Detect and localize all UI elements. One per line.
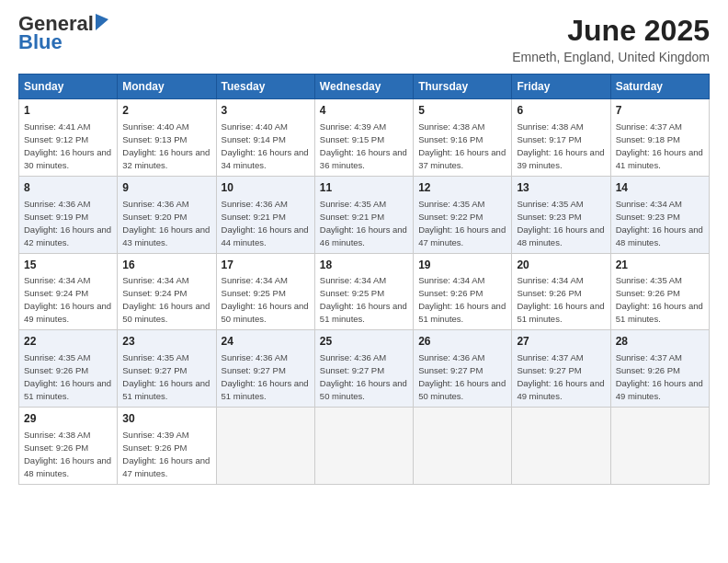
- day-number: 6: [517, 103, 605, 119]
- day-number: 17: [222, 258, 310, 273]
- day-detail: Sunrise: 4:37 AMSunset: 9:18 PMDaylight:…: [616, 121, 703, 170]
- day-detail: Sunrise: 4:34 AMSunset: 9:24 PMDaylight:…: [24, 275, 111, 324]
- calendar-header-row: Sunday Monday Tuesday Wednesday Thursday…: [19, 75, 710, 99]
- day-number: 19: [418, 258, 506, 273]
- day-20: 20Sunrise: 4:34 AMSunset: 9:26 PMDayligh…: [512, 253, 610, 330]
- day-number: 2: [122, 103, 210, 119]
- day-detail: Sunrise: 4:39 AMSunset: 9:15 PMDaylight:…: [320, 121, 407, 170]
- col-friday: Friday: [512, 75, 610, 99]
- day-27: 27Sunrise: 4:37 AMSunset: 9:27 PMDayligh…: [512, 330, 610, 408]
- calendar-week-1: 1Sunrise: 4:41 AMSunset: 9:12 PMDaylight…: [19, 99, 710, 177]
- day-number: 20: [517, 258, 605, 273]
- month-title: June 2025: [512, 14, 710, 48]
- day-28: 28Sunrise: 4:37 AMSunset: 9:26 PMDayligh…: [610, 330, 709, 408]
- header: General Blue June 2025 Emneth, England, …: [18, 14, 710, 64]
- day-19: 19Sunrise: 4:34 AMSunset: 9:26 PMDayligh…: [414, 253, 512, 330]
- day-14: 14Sunrise: 4:34 AMSunset: 9:23 PMDayligh…: [610, 176, 709, 253]
- day-detail: Sunrise: 4:40 AMSunset: 9:14 PMDaylight:…: [222, 121, 309, 170]
- day-29: 29Sunrise: 4:38 AMSunset: 9:26 PMDayligh…: [19, 408, 118, 485]
- empty-day: [610, 408, 709, 485]
- day-18: 18Sunrise: 4:34 AMSunset: 9:25 PMDayligh…: [314, 253, 413, 330]
- day-number: 4: [320, 103, 408, 119]
- day-detail: Sunrise: 4:35 AMSunset: 9:21 PMDaylight:…: [320, 199, 407, 247]
- empty-day: [216, 408, 314, 485]
- day-9: 9Sunrise: 4:36 AMSunset: 9:20 PMDaylight…: [118, 176, 216, 253]
- day-24: 24Sunrise: 4:36 AMSunset: 9:27 PMDayligh…: [216, 330, 314, 408]
- day-26: 26Sunrise: 4:36 AMSunset: 9:27 PMDayligh…: [414, 330, 512, 408]
- day-detail: Sunrise: 4:35 AMSunset: 9:26 PMDaylight:…: [24, 352, 111, 401]
- day-detail: Sunrise: 4:34 AMSunset: 9:25 PMDaylight:…: [222, 275, 309, 324]
- day-detail: Sunrise: 4:34 AMSunset: 9:26 PMDaylight:…: [418, 275, 506, 324]
- day-detail: Sunrise: 4:35 AMSunset: 9:26 PMDaylight:…: [616, 275, 703, 324]
- day-number: 25: [320, 334, 408, 350]
- day-detail: Sunrise: 4:36 AMSunset: 9:20 PMDaylight:…: [122, 199, 210, 247]
- day-7: 7Sunrise: 4:37 AMSunset: 9:18 PMDaylight…: [610, 99, 709, 177]
- logo: General Blue: [18, 14, 108, 54]
- day-number: 24: [222, 334, 310, 350]
- col-wednesday: Wednesday: [314, 75, 413, 99]
- logo-icon: [96, 14, 108, 30]
- day-number: 15: [24, 258, 112, 273]
- col-thursday: Thursday: [414, 75, 512, 99]
- day-number: 8: [24, 180, 112, 196]
- day-15: 15Sunrise: 4:34 AMSunset: 9:24 PMDayligh…: [19, 253, 118, 330]
- day-detail: Sunrise: 4:34 AMSunset: 9:25 PMDaylight:…: [320, 275, 407, 324]
- day-6: 6Sunrise: 4:38 AMSunset: 9:17 PMDaylight…: [512, 99, 610, 177]
- calendar-week-2: 8Sunrise: 4:36 AMSunset: 9:19 PMDaylight…: [19, 176, 710, 253]
- day-number: 11: [320, 180, 408, 196]
- col-sunday: Sunday: [19, 75, 118, 99]
- day-3: 3Sunrise: 4:40 AMSunset: 9:14 PMDaylight…: [216, 99, 314, 177]
- day-number: 1: [24, 103, 112, 119]
- logo-blue-text: Blue: [18, 30, 63, 53]
- day-12: 12Sunrise: 4:35 AMSunset: 9:22 PMDayligh…: [414, 176, 512, 253]
- day-number: 22: [24, 334, 112, 350]
- day-detail: Sunrise: 4:40 AMSunset: 9:13 PMDaylight:…: [122, 121, 210, 170]
- day-number: 18: [320, 258, 408, 273]
- day-detail: Sunrise: 4:35 AMSunset: 9:27 PMDaylight:…: [122, 352, 210, 401]
- day-detail: Sunrise: 4:35 AMSunset: 9:23 PMDaylight:…: [517, 199, 604, 247]
- day-number: 23: [122, 334, 210, 350]
- day-10: 10Sunrise: 4:36 AMSunset: 9:21 PMDayligh…: [216, 176, 314, 253]
- calendar-week-5: 29Sunrise: 4:38 AMSunset: 9:26 PMDayligh…: [19, 408, 710, 485]
- day-22: 22Sunrise: 4:35 AMSunset: 9:26 PMDayligh…: [19, 330, 118, 408]
- day-detail: Sunrise: 4:34 AMSunset: 9:26 PMDaylight:…: [517, 275, 604, 324]
- title-block: June 2025 Emneth, England, United Kingdo…: [512, 14, 710, 64]
- svg-marker-0: [96, 14, 108, 30]
- day-detail: Sunrise: 4:37 AMSunset: 9:26 PMDaylight:…: [616, 352, 703, 401]
- day-5: 5Sunrise: 4:38 AMSunset: 9:16 PMDaylight…: [414, 99, 512, 177]
- location: Emneth, England, United Kingdom: [512, 50, 710, 64]
- calendar-week-3: 15Sunrise: 4:34 AMSunset: 9:24 PMDayligh…: [19, 253, 710, 330]
- day-25: 25Sunrise: 4:36 AMSunset: 9:27 PMDayligh…: [314, 330, 413, 408]
- page: General Blue June 2025 Emneth, England, …: [0, 0, 728, 563]
- day-number: 13: [517, 180, 605, 196]
- day-number: 21: [616, 258, 704, 273]
- day-detail: Sunrise: 4:38 AMSunset: 9:26 PMDaylight:…: [24, 430, 111, 478]
- day-detail: Sunrise: 4:37 AMSunset: 9:27 PMDaylight:…: [517, 352, 604, 401]
- day-number: 26: [418, 334, 506, 350]
- calendar: Sunday Monday Tuesday Wednesday Thursday…: [18, 74, 710, 485]
- day-number: 9: [122, 180, 210, 196]
- empty-day: [414, 408, 512, 485]
- day-2: 2Sunrise: 4:40 AMSunset: 9:13 PMDaylight…: [118, 99, 216, 177]
- day-16: 16Sunrise: 4:34 AMSunset: 9:24 PMDayligh…: [118, 253, 216, 330]
- day-number: 5: [418, 103, 506, 119]
- day-detail: Sunrise: 4:34 AMSunset: 9:23 PMDaylight:…: [616, 199, 703, 247]
- day-number: 30: [122, 411, 210, 427]
- day-17: 17Sunrise: 4:34 AMSunset: 9:25 PMDayligh…: [216, 253, 314, 330]
- col-saturday: Saturday: [610, 75, 709, 99]
- day-detail: Sunrise: 4:39 AMSunset: 9:26 PMDaylight:…: [122, 430, 210, 478]
- day-number: 29: [24, 411, 112, 427]
- day-4: 4Sunrise: 4:39 AMSunset: 9:15 PMDaylight…: [314, 99, 413, 177]
- calendar-week-4: 22Sunrise: 4:35 AMSunset: 9:26 PMDayligh…: [19, 330, 710, 408]
- empty-day: [314, 408, 413, 485]
- day-detail: Sunrise: 4:36 AMSunset: 9:27 PMDaylight:…: [222, 352, 309, 401]
- day-detail: Sunrise: 4:34 AMSunset: 9:24 PMDaylight:…: [122, 275, 210, 324]
- day-8: 8Sunrise: 4:36 AMSunset: 9:19 PMDaylight…: [19, 176, 118, 253]
- day-21: 21Sunrise: 4:35 AMSunset: 9:26 PMDayligh…: [610, 253, 709, 330]
- day-number: 7: [616, 103, 704, 119]
- empty-day: [512, 408, 610, 485]
- day-number: 16: [122, 258, 210, 273]
- day-23: 23Sunrise: 4:35 AMSunset: 9:27 PMDayligh…: [118, 330, 216, 408]
- day-30: 30Sunrise: 4:39 AMSunset: 9:26 PMDayligh…: [118, 408, 216, 485]
- day-1: 1Sunrise: 4:41 AMSunset: 9:12 PMDaylight…: [19, 99, 118, 177]
